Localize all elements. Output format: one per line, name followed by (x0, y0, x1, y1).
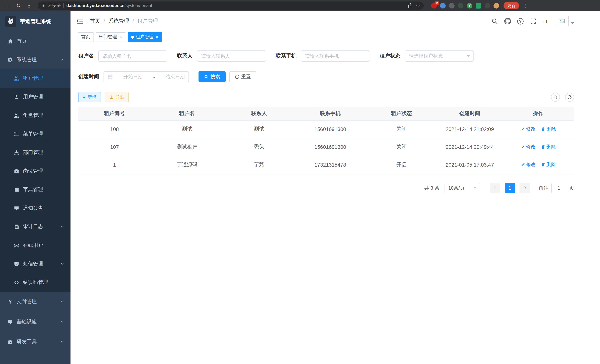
sidebar-item-post[interactable]: 岗位管理 (0, 162, 71, 180)
browser-home-icon[interactable]: ⌂ (25, 1, 33, 10)
goto-page-input[interactable] (551, 183, 566, 193)
sidebar-item-notice[interactable]: 通知公告 (0, 199, 71, 217)
filter-status: 租户状态 请选择租户状态 (380, 50, 474, 62)
contact-input[interactable] (201, 53, 262, 59)
sidebar-item-user[interactable]: 用户管理 (0, 88, 71, 106)
filter-label: 租户状态 (380, 53, 405, 59)
breadcrumb-current: 租户管理 (137, 18, 158, 25)
export-button-label: 导出 (115, 94, 124, 100)
sidebar-item-sms[interactable]: 短信管理 (0, 254, 71, 273)
prev-page-button[interactable] (490, 183, 500, 193)
filter-create-time: 创建时间 开始日期 - 结束日期 (78, 71, 189, 82)
navbar: 首页 / 系统管理 / 租户管理 ? (71, 11, 600, 31)
chevron-down-icon (60, 261, 65, 266)
font-size-icon[interactable]: TT (543, 18, 548, 24)
sidebar-item-label: 菜单管理 (23, 131, 43, 137)
next-page-button[interactable] (519, 183, 530, 193)
sidebar-item-online[interactable]: 在线用户 (0, 236, 71, 254)
edit-button[interactable]: 修改 (520, 161, 536, 168)
message-icon (14, 205, 19, 211)
status-select[interactable]: 请选择租户状态 (405, 50, 474, 62)
edit-button[interactable]: 修改 (520, 126, 536, 132)
sidebar-item-tenant[interactable]: 租户管理 (0, 69, 71, 88)
sidebar-item-pay[interactable]: ¥ 支付管理 (0, 292, 71, 312)
sidebar-item-role[interactable]: 角色管理 (0, 106, 71, 125)
toggle-search-button[interactable] (551, 93, 560, 102)
sidebar-item-audit[interactable]: 审计日志 (0, 217, 71, 236)
chevron-down-icon (60, 224, 65, 229)
sidebar-item-home[interactable]: 首页 (0, 32, 71, 50)
search-icon[interactable] (491, 18, 498, 25)
extension-icon[interactable] (458, 3, 463, 8)
sidebar-item-dept[interactable]: 部门管理 (0, 143, 71, 162)
cell-name: 测试 (151, 120, 223, 138)
tenant-name-input[interactable] (103, 53, 163, 59)
delete-button[interactable]: 删除 (541, 144, 556, 150)
share-icon[interactable] (408, 3, 413, 8)
tab-dept[interactable]: 部门管理 × (96, 32, 125, 42)
logo[interactable]: 芋道管理系统 (0, 11, 71, 32)
sidebar-item-label: 角色管理 (23, 112, 43, 119)
select-placeholder: 请选择租户状态 (409, 53, 443, 59)
back-icon[interactable]: ← (4, 1, 13, 10)
end-date-placeholder: 结束日期 (166, 74, 185, 80)
breadcrumb-home[interactable]: 首页 (90, 18, 100, 25)
user-menu[interactable] (555, 16, 574, 26)
reload-icon[interactable]: ↻ (14, 1, 23, 10)
sidebar-item-menu[interactable]: 菜单管理 (0, 125, 71, 143)
close-icon[interactable]: × (119, 35, 122, 39)
github-icon[interactable] (504, 18, 511, 25)
browser-update-button[interactable]: 更新 (504, 2, 519, 9)
cell-id: 107 (78, 138, 151, 156)
bookmark-star-icon[interactable]: ☆ (416, 3, 420, 8)
search-button[interactable]: 搜索 (198, 71, 225, 82)
omnibox-divider (64, 3, 64, 8)
sidebar-item-dict[interactable]: 字典管理 (0, 180, 71, 199)
page-size-select[interactable]: 10条/页 (445, 183, 480, 193)
address-bar[interactable]: ⚠ 不安全 dashboard.yudao.iocoder.cn/system/… (38, 1, 424, 10)
search-button-label: 搜索 (210, 74, 220, 80)
sidebar-item-infra[interactable]: 基础设施 (0, 312, 71, 332)
sidebar-item-label: 首页 (17, 38, 27, 45)
delete-button[interactable]: 删除 (541, 161, 556, 168)
refresh-button[interactable] (565, 93, 574, 102)
col-header-name: 租户名 (151, 107, 223, 120)
sidebar-item-label: 部门管理 (23, 149, 43, 156)
plus-icon: + (83, 95, 85, 100)
help-icon[interactable]: ? (517, 18, 523, 24)
browser-menu-icon[interactable]: ⋮ (523, 3, 528, 8)
col-header-id: 租户编号 (78, 107, 151, 120)
range-separator: - (153, 74, 155, 80)
extension-icon[interactable] (449, 3, 455, 8)
fullscreen-icon[interactable] (530, 18, 536, 25)
sidebar-item-errcode[interactable]: 错误码管理 (0, 273, 71, 292)
close-icon[interactable]: × (156, 35, 159, 39)
export-button[interactable]: 导出 (104, 92, 129, 103)
profile-avatar-icon[interactable] (494, 3, 499, 8)
page-size-value: 10条/页 (448, 185, 465, 191)
extension-icon[interactable] (485, 3, 490, 8)
sidebar-item-tools[interactable]: 研发工具 (0, 332, 71, 352)
app-title: 芋道管理系统 (20, 18, 51, 25)
add-button[interactable]: + 新增 (78, 92, 101, 103)
extension-icon[interactable] (476, 3, 481, 8)
screen: ← ↻ ⌂ ⚠ 不安全 dashboard.yudao.iocoder.cn/s… (0, 0, 600, 364)
edit-button[interactable]: 修改 (520, 144, 536, 150)
sidebar-toggle-icon[interactable] (76, 18, 84, 25)
delete-button[interactable]: 删除 (541, 126, 556, 132)
extension-icon[interactable]: 10 (431, 3, 437, 8)
page-number-current[interactable]: 1 (505, 183, 515, 193)
sidebar: 芋道管理系统 首页 系统管理 (0, 11, 71, 364)
breadcrumb-system[interactable]: 系统管理 (108, 18, 129, 25)
date-range-picker[interactable]: 开始日期 - 结束日期 (103, 71, 189, 82)
tab-tenant[interactable]: 租户管理 × (127, 32, 162, 42)
avatar (555, 16, 569, 26)
security-warning-label[interactable]: 不安全 (48, 3, 61, 8)
reset-button[interactable]: 重置 (229, 71, 256, 82)
yen-icon: ¥ (7, 299, 13, 305)
tab-home[interactable]: 首页 (78, 32, 94, 42)
mobile-input[interactable] (305, 53, 366, 59)
sidebar-item-system[interactable]: 系统管理 (0, 50, 71, 69)
extension-icon[interactable]: Y (467, 3, 472, 8)
extension-icon[interactable] (440, 3, 446, 8)
